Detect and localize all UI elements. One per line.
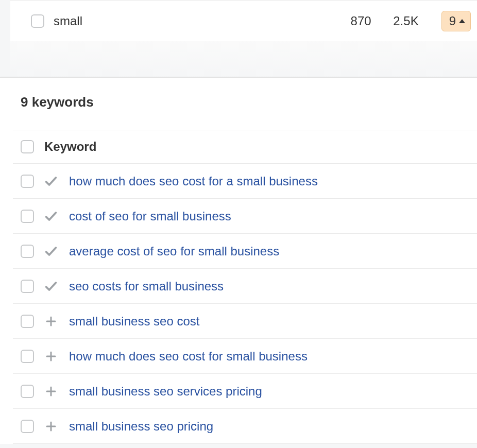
keyword-checkbox[interactable] (21, 280, 34, 293)
keyword-checkbox[interactable] (21, 385, 34, 398)
parent-stats: 870 2.5K 9 (331, 11, 477, 31)
keyword-row: how much does seo cost for small busines… (13, 339, 477, 374)
panel-title: 9 keywords (13, 94, 477, 110)
keyword-link[interactable]: small business seo services pricing (69, 384, 262, 399)
badge-count: 9 (449, 14, 456, 28)
keyword-checkbox[interactable] (21, 210, 34, 223)
keywords-header-row: Keyword (13, 130, 477, 164)
keyword-row: small business seo pricing (13, 409, 477, 444)
keyword-checkbox[interactable] (21, 175, 34, 188)
keyword-row: cost of seo for small business (13, 199, 477, 234)
parent-stat-b: 2.5K (374, 14, 419, 28)
keyword-link[interactable]: seo costs for small business (69, 279, 224, 294)
parent-stat-a: 870 (331, 14, 371, 28)
parent-keyword-row: small 870 2.5K 9 (10, 0, 477, 41)
keyword-row: seo costs for small business (13, 269, 477, 304)
keyword-checkbox[interactable] (21, 350, 34, 363)
keyword-checkbox[interactable] (21, 420, 34, 433)
keyword-row: how much does seo cost for a small busin… (13, 164, 477, 199)
keyword-link[interactable]: how much does seo cost for a small busin… (69, 174, 318, 188)
keyword-row: average cost of seo for small business (13, 234, 477, 269)
check-icon (43, 244, 59, 259)
plus-icon[interactable] (43, 349, 59, 364)
parent-keyword-text: small (54, 14, 331, 28)
keywords-panel: 9 keywords Keyword how much does seo cos… (0, 77, 477, 444)
keyword-checkbox[interactable] (21, 245, 34, 258)
keyword-checkbox[interactable] (21, 315, 34, 328)
keyword-column-header[interactable]: Keyword (44, 140, 96, 154)
plus-icon[interactable] (43, 419, 59, 434)
keyword-row: small business seo cost (13, 304, 477, 339)
keyword-link[interactable]: small business seo pricing (69, 419, 213, 434)
keyword-link[interactable]: average cost of seo for small business (69, 244, 279, 259)
parent-checkbox[interactable] (31, 14, 44, 28)
caret-up-icon (459, 19, 465, 23)
expand-badge[interactable]: 9 (441, 11, 471, 31)
plus-icon[interactable] (43, 384, 59, 399)
check-icon (43, 209, 59, 224)
keyword-link[interactable]: cost of seo for small business (69, 209, 231, 223)
check-icon (43, 174, 59, 189)
check-icon (43, 279, 59, 294)
plus-icon[interactable] (43, 314, 59, 329)
keyword-link[interactable]: small business seo cost (69, 314, 199, 329)
keyword-row: small business seo services pricing (13, 374, 477, 409)
select-all-checkbox[interactable] (21, 140, 34, 153)
keyword-link[interactable]: how much does seo cost for small busines… (69, 349, 308, 364)
